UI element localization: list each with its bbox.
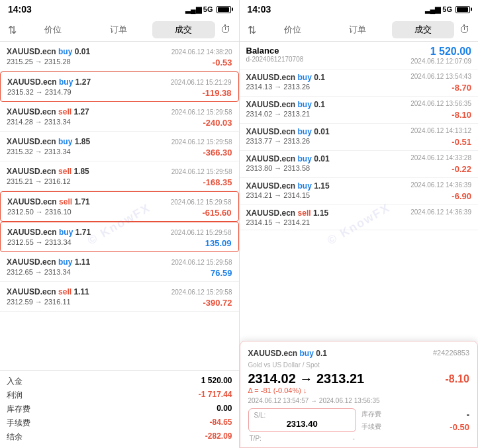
trade-date: 2024.06.12 15:29:58 [171,138,232,146]
table-row[interactable]: XAUUSD.ecn buy 0.01 2024.06.12 14:38:20 … [0,42,239,71]
footer-label: 利润 [7,390,23,401]
trade-date: 2024.06.12 14:38:20 [171,48,232,56]
trade-symbol: XAUUSD.ecn sell 1.85 [7,167,89,176]
trade-pnl: -366.30 [203,148,232,157]
left-panel: 14:03 ▂▄▆ 5G ⇅ 价位 订单 成交 ⏱ XAUUSD.ecn buy… [0,0,240,448]
trade-pnl: -6.90 [452,191,471,201]
trade-price: 2315.25 → 2315.28 [7,58,71,67]
right-sort-icon[interactable]: ⇅ [245,22,259,38]
right-tab-chengjiao[interactable]: 成交 [392,21,455,38]
trade-price: 2315.32 → 2313.34 [7,148,71,157]
footer-row-jieyu: 结余 -282.09 [7,430,232,444]
trade-date: 2024.06.12 13:54:43 [410,73,471,80]
balance-label: Balance [246,46,304,56]
trade-date: 2024.06.12 15:29:58 [171,199,232,206]
popup-time: 2024.06.12 13:54:57 → 2024.06.12 13:56:3… [248,397,470,404]
balance-date: 2024.06.12 12:07:09 [410,58,471,65]
table-row[interactable]: XAUUSD.ecn sell 1.71 2024.06.12 15:29:58… [0,191,239,222]
right-status-icons: ▂▄▆ 5G [425,5,470,14]
balance-value: 1 520.00 [410,46,471,58]
trade-price: 2315.32 → 2314.79 [7,88,72,98]
right-trade-list: XAUUSD.ecn buy 0.1 2024.06.12 13:54:43 2… [240,69,479,255]
sort-icon[interactable]: ⇅ [5,22,19,38]
popup-header: XAUUSD.ecn buy 0.1 #24226853 [248,347,470,359]
trade-price: 2312.59 → 2316.11 [7,298,71,308]
table-row[interactable]: XAUUSD.ecn buy 0.1 2024.06.12 13:56:35 2… [240,97,479,124]
trade-price: 2312.55 → 2313.34 [7,238,72,248]
trade-date: 2024.06.12 15:29:58 [171,259,232,266]
sl-field[interactable]: S/L: 2313.40 [248,408,356,432]
trade-pnl: -8.10 [452,110,471,120]
trade-symbol: XAUUSD.ecn buy 1.85 [7,137,90,146]
trade-price: 2314.02 → 2313.21 [246,110,311,120]
table-row[interactable]: XAUUSD.ecn sell 1.15 2024.06.12 14:36:39… [240,205,479,230]
trade-pnl: -0.53 [213,58,232,67]
trade-symbol: XAUUSD.ecn buy 1.15 [246,181,330,191]
storage-label: 库存费 [361,410,381,420]
trade-date: 2024.06.12 13:56:35 [410,100,471,107]
footer-row-kucunfei: 库存费 0.00 [7,402,232,416]
table-row[interactable]: XAUUSD.ecn buy 1.27 2024.06.12 15:21:29 … [0,71,239,102]
trade-price: 2314.13 → 2313.26 [246,83,311,93]
trade-date: 2024.06.12 15:29:58 [171,109,232,116]
right-tab-jiwei[interactable]: 价位 [262,21,324,38]
footer-row-shouxufei: 手续费 -84.65 [7,416,232,430]
trade-pnl: -0.22 [452,164,471,174]
footer-value: -84.65 [209,418,232,429]
trade-pnl: -0.51 [452,137,471,147]
table-row[interactable]: XAUUSD.ecn buy 1.85 2024.06.12 15:29:58 … [0,132,239,161]
table-row[interactable]: XAUUSD.ecn buy 0.01 2024.06.12 14:13:12 … [240,124,479,151]
table-row[interactable]: XAUUSD.ecn buy 1.71 2024.06.12 15:29:58 … [0,222,239,252]
right-clock-icon[interactable]: ⏱ [457,22,473,37]
trade-pnl: -119.38 [202,88,231,98]
trade-symbol: XAUUSD.ecn buy 1.27 [7,77,91,87]
table-row[interactable]: XAUUSD.ecn buy 0.01 2024.06.12 14:33:28 … [240,151,479,178]
footer-label: 库存费 [7,404,30,415]
trade-price: 2314.21 → 2314.15 [246,191,311,201]
right-time: 14:03 [248,4,271,15]
trade-date: 2024.06.12 14:36:39 [410,208,471,216]
table-row[interactable]: XAUUSD.ecn buy 1.11 2024.06.12 15:29:58 … [0,252,239,282]
table-row[interactable]: XAUUSD.ecn sell 1.11 2024.06.12 15:29:58… [0,282,239,312]
left-tab-bar: ⇅ 价位 订单 成交 ⏱ [0,19,239,42]
commission-label: 手续费 [361,422,381,432]
right-tab-bar: ⇅ 价位 订单 成交 ⏱ [240,19,479,42]
table-row[interactable]: XAUUSD.ecn sell 1.27 2024.06.12 15:29:58… [0,102,239,132]
table-row[interactable]: XAUUSD.ecn buy 1.15 2024.06.12 14:36:39 … [240,178,479,205]
trade-symbol: XAUUSD.ecn sell 1.11 [7,287,89,296]
right-status-bar: 14:03 ▂▄▆ 5G [240,0,479,19]
right-battery-icon [455,6,470,13]
trade-symbol: XAUUSD.ecn sell 1.15 [246,208,329,218]
trade-detail-popup[interactable]: XAUUSD.ecn buy 0.1 #24226853 Gold vs US … [240,341,479,448]
trade-symbol: XAUUSD.ecn sell 1.71 [7,197,90,206]
trade-symbol: XAUUSD.ecn buy 0.1 [246,73,325,82]
footer-value: -1 717.44 [199,390,232,401]
popup-id: #24226853 [433,349,469,357]
storage-value: - [467,410,469,420]
signal-bars-icon: ▂▄▆ [185,5,201,14]
trade-symbol: XAUUSD.ecn buy 0.01 [246,154,330,163]
trade-pnl: 135.09 [205,238,232,248]
trade-symbol: XAUUSD.ecn sell 1.27 [7,107,89,116]
trade-symbol: XAUUSD.ecn buy 1.71 [7,228,91,237]
clock-icon[interactable]: ⏱ [218,22,234,37]
footer-value: 0.00 [216,404,232,415]
right-panel: 14:03 ▂▄▆ 5G ⇅ 价位 订单 成交 ⏱ Balance d-2024… [240,0,479,448]
popup-delta: Δ = -81 (-0.04%) ↓ [248,386,470,394]
tab-dingdan[interactable]: 订单 [87,21,150,38]
trade-symbol: XAUUSD.ecn buy 0.1 [246,100,325,109]
trade-date: 2024.06.12 14:13:12 [410,127,471,134]
trade-price: 2314.15 → 2314.21 [246,218,311,226]
sl-label: S/L: [254,412,350,419]
right-tab-dingdan[interactable]: 订单 [326,21,389,38]
table-row[interactable]: XAUUSD.ecn buy 0.1 2024.06.12 13:54:43 2… [240,69,479,97]
balance-id: d-20240612170708 [246,56,304,63]
trade-symbol: XAUUSD.ecn buy 1.11 [7,257,90,267]
tab-chengjiao[interactable]: 成交 [152,21,215,38]
popup-pnl: -8.10 [446,373,469,385]
popup-price: 2314.02 → 2313.21 [248,371,365,386]
footer-row-rujin: 入金 1 520.00 [7,375,232,388]
tab-jiwei[interactable]: 价位 [22,21,85,38]
left-time: 14:03 [8,4,32,15]
table-row[interactable]: XAUUSD.ecn sell 1.85 2024.06.12 15:29:58… [0,161,239,191]
